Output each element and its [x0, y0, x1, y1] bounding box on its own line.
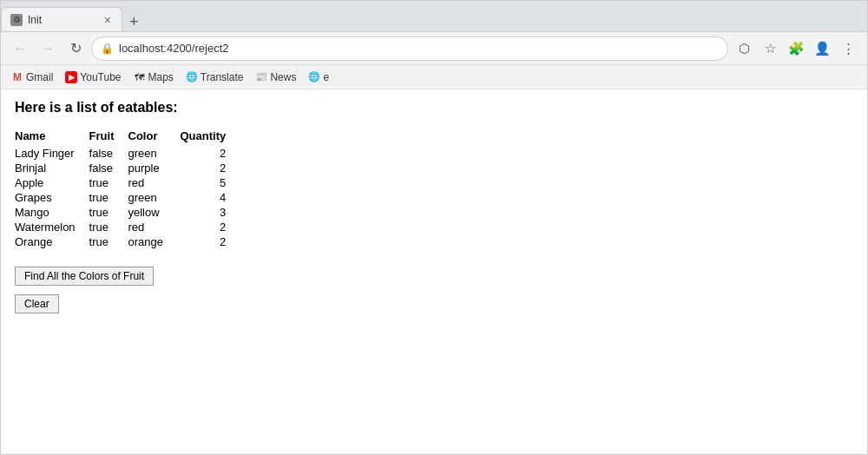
back-button[interactable]: ← [8, 36, 32, 61]
maps-icon: 🗺 [134, 71, 146, 83]
cell-quantity: 2 [181, 220, 227, 234]
table-row: Brinjal false purple 2 [15, 161, 226, 175]
e-icon: 🌐 [308, 71, 320, 83]
bookmark-youtube[interactable]: ▶ YouTube [62, 69, 124, 85]
table-row: Lady Finger false green 2 [15, 146, 226, 161]
active-tab[interactable]: ⚙ Init × [1, 7, 122, 31]
cell-color: green [128, 190, 181, 205]
news-icon: 📰 [255, 71, 267, 83]
browser-window: ⚙ Init × + ← → ↻ 🔒 localhost:4200/reject… [0, 0, 868, 455]
cell-color: green [128, 146, 181, 161]
gmail-icon: M [11, 71, 23, 83]
table-row: Mango true yellow 3 [15, 205, 226, 220]
cell-fruit: true [89, 190, 128, 205]
cell-name: Mango [15, 205, 89, 220]
new-tab-button[interactable]: + [122, 14, 146, 30]
cell-name: Grapes [15, 190, 89, 205]
secure-icon: 🔒 [101, 43, 114, 55]
refresh-button[interactable]: ↻ [63, 36, 88, 61]
bookmark-translate-label: Translate [201, 71, 244, 83]
cell-quantity: 3 [181, 205, 227, 220]
eatables-table: Name Fruit Color Quantity Lady Finger fa… [15, 128, 226, 249]
cell-color: orange [128, 234, 181, 249]
cell-color: red [128, 175, 181, 190]
nav-actions: ⬡ ☆ 🧩 👤 ⋮ [732, 36, 860, 61]
table-header-row: Name Fruit Color Quantity [15, 128, 226, 146]
forward-button[interactable]: → [36, 36, 60, 61]
bookmark-star-button[interactable]: ☆ [758, 36, 782, 61]
table-row: Orange true orange 2 [15, 234, 226, 249]
page-content: Here is a list of eatables: Name Fruit C… [1, 89, 867, 454]
clear-button[interactable]: Clear [15, 294, 59, 313]
bookmark-news[interactable]: 📰 News [252, 69, 299, 85]
cell-name: Brinjal [15, 161, 89, 175]
bookmark-news-label: News [270, 71, 296, 83]
cell-quantity: 2 [181, 146, 227, 161]
cell-quantity: 5 [181, 175, 227, 190]
address-bar[interactable]: 🔒 localhost:4200/reject2 [91, 36, 728, 61]
bookmark-maps-label: Maps [148, 71, 174, 83]
table-row: Grapes true green 4 [15, 190, 226, 205]
bookmark-gmail[interactable]: M Gmail [8, 69, 56, 85]
tab-title: Init [28, 14, 42, 26]
table-row: Watermelon true red 2 [15, 220, 226, 234]
buttons-area: Find All the Colors of Fruit Clear [15, 267, 853, 319]
table-row: Apple true red 5 [15, 175, 226, 190]
navigation-bar: ← → ↻ 🔒 localhost:4200/reject2 ⬡ ☆ 🧩 👤 ⋮ [1, 32, 867, 65]
cast-button[interactable]: ⬡ [732, 36, 756, 61]
youtube-icon: ▶ [65, 71, 77, 83]
cell-fruit: true [89, 234, 128, 249]
bookmark-e-label: e [323, 71, 329, 83]
bookmark-translate[interactable]: 🌐 Translate [182, 69, 247, 85]
cell-color: red [128, 220, 181, 234]
cell-fruit: true [89, 205, 128, 220]
tab-favicon: ⚙ [10, 14, 23, 26]
bookmark-youtube-label: YouTube [80, 71, 121, 83]
bookmark-gmail-label: Gmail [26, 71, 53, 83]
address-text: localhost:4200/reject2 [119, 42, 719, 55]
menu-button[interactable]: ⋮ [836, 36, 860, 61]
cell-name: Apple [15, 175, 89, 190]
cell-fruit: false [89, 146, 128, 161]
tab-bar: ⚙ Init × + [1, 1, 867, 32]
find-colors-button[interactable]: Find All the Colors of Fruit [15, 267, 154, 286]
cell-color: purple [128, 161, 181, 175]
col-header-name: Name [15, 128, 89, 146]
cell-fruit: true [89, 175, 128, 190]
cell-color: yellow [128, 205, 181, 220]
bookmarks-bar: M Gmail ▶ YouTube 🗺 Maps 🌐 Translate 📰 N… [1, 65, 867, 89]
cell-fruit: false [89, 161, 128, 175]
cell-name: Lady Finger [15, 146, 89, 161]
page-heading: Here is a list of eatables: [15, 100, 853, 115]
col-header-fruit: Fruit [89, 128, 128, 146]
col-header-color: Color [128, 128, 181, 146]
cell-fruit: true [89, 220, 128, 234]
translate-icon: 🌐 [186, 71, 198, 83]
profile-button[interactable]: 👤 [810, 36, 834, 61]
cell-name: Watermelon [15, 220, 89, 234]
col-header-quantity: Quantity [181, 128, 227, 146]
cell-name: Orange [15, 234, 89, 249]
cell-quantity: 2 [181, 234, 227, 249]
extensions-button[interactable]: 🧩 [784, 36, 808, 61]
bookmark-maps[interactable]: 🗺 Maps [130, 69, 177, 85]
bookmark-e[interactable]: 🌐 e [305, 69, 332, 85]
cell-quantity: 2 [181, 161, 227, 175]
tab-close-button[interactable]: × [104, 13, 111, 27]
cell-quantity: 4 [181, 190, 227, 205]
